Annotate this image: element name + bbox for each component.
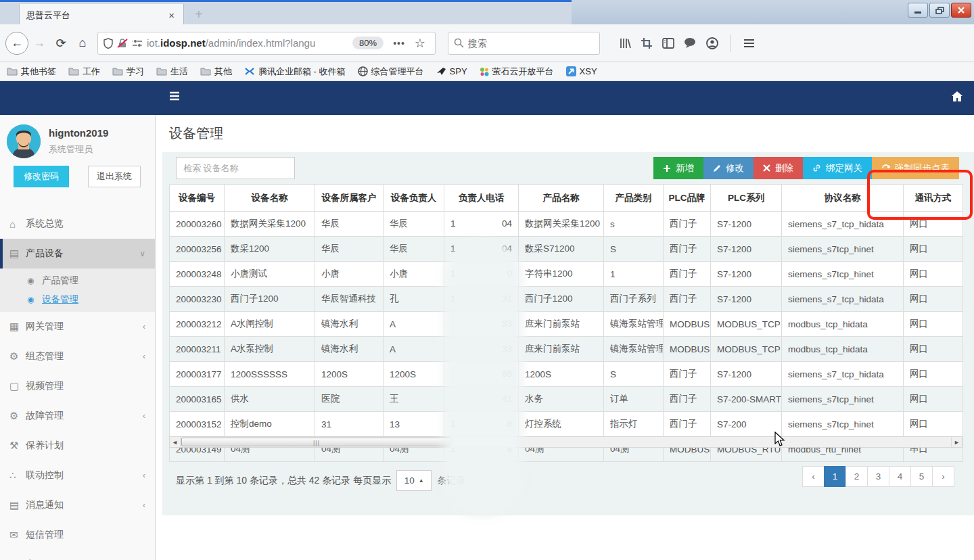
pagination-next[interactable]: › bbox=[932, 466, 954, 487]
bookmark-star-icon[interactable]: ☆ bbox=[415, 36, 430, 51]
table-cell: s bbox=[604, 212, 664, 237]
bookmark-item[interactable]: 学习 bbox=[112, 66, 144, 78]
new-tab-button[interactable]: + bbox=[195, 7, 203, 21]
pagination-page-3[interactable]: 3 bbox=[867, 466, 889, 487]
account-icon[interactable] bbox=[706, 37, 718, 49]
sidebar-item-5[interactable]: ▢视频管理 bbox=[0, 371, 155, 401]
zoom-level-badge[interactable]: 80% bbox=[352, 37, 384, 49]
sidebar-item-1[interactable]: ⌂系统总览 bbox=[0, 209, 155, 239]
bookmark-item[interactable]: 工作 bbox=[68, 66, 100, 78]
bookmark-item[interactable]: 腾讯企业邮箱 - 收件箱 bbox=[244, 66, 346, 78]
pagination-page-2[interactable]: 2 bbox=[845, 466, 868, 487]
sidebar-item-label: 保养计划 bbox=[26, 440, 145, 452]
sidebar-collapse-icon[interactable] bbox=[169, 91, 180, 101]
minimize-button[interactable] bbox=[908, 3, 928, 18]
table-cell: siemens_s7_tcp_hidata bbox=[782, 287, 904, 312]
sidebar-item-2[interactable]: ▤产品设备∨ bbox=[0, 239, 155, 269]
table-row[interactable]: 200003248小唐测试小唐小唐10字符串12001西门子S7-1200sie… bbox=[170, 262, 963, 287]
menu-icon[interactable] bbox=[743, 39, 755, 48]
page-size-select[interactable]: 10▲ bbox=[396, 470, 432, 491]
column-header[interactable]: 设备名称 bbox=[225, 185, 315, 212]
sidebar-toggle-icon[interactable] bbox=[662, 38, 674, 49]
submenu-item[interactable]: ◉设备管理 bbox=[0, 290, 155, 309]
delete-button[interactable]: 删除 bbox=[753, 157, 803, 179]
table-row[interactable]: 200003260数据网关采集1200华辰华辰104数据网关采集1200s西门子… bbox=[170, 212, 963, 237]
phone-fragment-left: 1 bbox=[450, 218, 456, 229]
pagination-page-5[interactable]: 5 bbox=[910, 466, 933, 487]
column-header[interactable]: PLC系列 bbox=[711, 185, 782, 212]
sidebar-item-4[interactable]: ⚙组态管理‹ bbox=[0, 342, 155, 371]
ys7-icon bbox=[480, 67, 489, 76]
scroll-left-icon[interactable]: ◄ bbox=[170, 437, 181, 447]
bookmark-item[interactable]: 其他 bbox=[200, 66, 232, 78]
force-sync-button[interactable]: 强制同步点表 bbox=[872, 157, 959, 179]
bookmark-label: 综合管理平台 bbox=[371, 66, 424, 78]
horizontal-scrollbar[interactable]: ◄ ||| ► bbox=[169, 436, 963, 448]
column-header[interactable]: 协议名称 bbox=[782, 185, 904, 212]
column-header[interactable]: 负责人电话 bbox=[444, 185, 519, 212]
table-cell: 200003211 bbox=[170, 337, 225, 362]
change-password-button[interactable]: 修改密码 bbox=[14, 166, 69, 187]
back-button[interactable]: ← bbox=[5, 32, 28, 55]
table-row[interactable]: 200003152控制demo311318灯控系统指示灯西门子S7-200sie… bbox=[170, 412, 963, 437]
url-bar[interactable]: iot.idosp.net/admin/index.html?langu 80%… bbox=[97, 32, 436, 55]
scroll-right-icon[interactable]: ► bbox=[951, 437, 962, 447]
chat-icon[interactable] bbox=[684, 37, 697, 49]
device-search-input[interactable] bbox=[176, 157, 295, 179]
bookmark-label: 腾讯企业邮箱 - 收件箱 bbox=[258, 66, 346, 78]
bookmark-item[interactable]: SPY bbox=[436, 66, 467, 76]
column-header[interactable]: 设备编号 bbox=[170, 185, 225, 212]
browser-tab[interactable]: 思普云平台 × bbox=[19, 4, 184, 26]
column-header[interactable]: 产品名称 bbox=[519, 185, 604, 212]
sidebar-item-11[interactable]: ▦空间管理 bbox=[0, 550, 155, 560]
sidebar-item-3[interactable]: ▦网关管理‹ bbox=[0, 312, 155, 342]
bookmark-item[interactable]: 萤石云开放平台 bbox=[480, 66, 554, 78]
table-row[interactable]: 2000031771200SSSSSS1200S1200S881200SS西门子… bbox=[170, 362, 963, 387]
logout-button[interactable]: 退出系统 bbox=[88, 166, 141, 187]
bookmark-item[interactable]: XSY bbox=[566, 66, 597, 76]
browser-home-button[interactable]: ⌂ bbox=[72, 32, 93, 54]
table-row[interactable]: 200003230西门子1200华辰智通科技孔131西门子1200西门子系列西门… bbox=[170, 287, 963, 312]
bookmark-item[interactable]: 综合管理平台 bbox=[358, 66, 424, 78]
submenu-item[interactable]: ◉产品管理 bbox=[0, 271, 155, 290]
scrollbar-thumb[interactable]: ||| bbox=[181, 438, 452, 446]
tab-close-icon[interactable]: × bbox=[166, 9, 177, 21]
page-actions-icon[interactable]: ••• bbox=[388, 38, 411, 49]
restore-button[interactable] bbox=[929, 3, 950, 18]
xsy-icon bbox=[566, 66, 576, 76]
library-icon[interactable] bbox=[619, 37, 631, 49]
pagination-page-1[interactable]: 1 bbox=[824, 466, 846, 487]
column-header[interactable]: 产品类别 bbox=[604, 185, 664, 212]
close-button[interactable] bbox=[951, 3, 971, 18]
sidebar-item-8[interactable]: ∴联动控制‹ bbox=[0, 461, 155, 490]
column-header[interactable]: 设备所属客户 bbox=[315, 185, 384, 212]
sidebar-item-6[interactable]: ⚙故障管理‹ bbox=[0, 401, 155, 431]
forward-button[interactable]: → bbox=[28, 32, 50, 54]
bind-gateway-button[interactable]: 绑定网关 bbox=[803, 157, 872, 179]
url-text[interactable]: iot.idosp.net/admin/index.html?langu bbox=[147, 37, 348, 49]
table-row[interactable]: 200003165供水医院王41水务订单西门子S7-200-SMARTsieme… bbox=[170, 387, 963, 412]
table-row[interactable]: 200003211A水泵控制镇海水利A33庶来门前泵站镇海泵站管理MODBUSM… bbox=[170, 337, 963, 362]
pagination-prev[interactable]: ‹ bbox=[802, 466, 825, 487]
sidebar-item-10[interactable]: ✉短信管理 bbox=[0, 520, 155, 550]
add-button[interactable]: 新增 bbox=[653, 157, 703, 179]
reload-button[interactable]: ⟳ bbox=[50, 32, 72, 54]
sidebar-item-9[interactable]: ▤消息通知‹ bbox=[0, 490, 155, 520]
sidebar-item-7[interactable]: ⚒保养计划 bbox=[0, 431, 155, 461]
bookmark-item[interactable]: 生活 bbox=[156, 66, 188, 78]
column-header[interactable]: PLC品牌 bbox=[664, 185, 711, 212]
browser-search-input[interactable] bbox=[468, 38, 594, 49]
app-home-icon[interactable] bbox=[951, 91, 963, 102]
browser-search-bar[interactable] bbox=[448, 32, 600, 55]
table-row[interactable]: 200003212A水闸控制镇海水利A33庶来门前泵站镇海泵站管理MODBUSM… bbox=[170, 312, 963, 337]
bookmark-item[interactable]: 其他书签 bbox=[7, 66, 56, 78]
pagination-page-4[interactable]: 4 bbox=[889, 466, 911, 487]
screenshot-icon[interactable] bbox=[641, 37, 653, 49]
avatar[interactable] bbox=[7, 124, 41, 158]
spy-icon bbox=[436, 67, 446, 76]
table-row[interactable]: 200003256数采1200华辰华辰104数采S71200S西门子S7-120… bbox=[170, 237, 963, 262]
column-header[interactable]: 设备负责人 bbox=[384, 185, 444, 212]
edit-button[interactable]: 修改 bbox=[703, 157, 753, 179]
permissions-icon[interactable] bbox=[132, 39, 143, 48]
column-header[interactable]: 通讯方式 bbox=[904, 185, 963, 212]
